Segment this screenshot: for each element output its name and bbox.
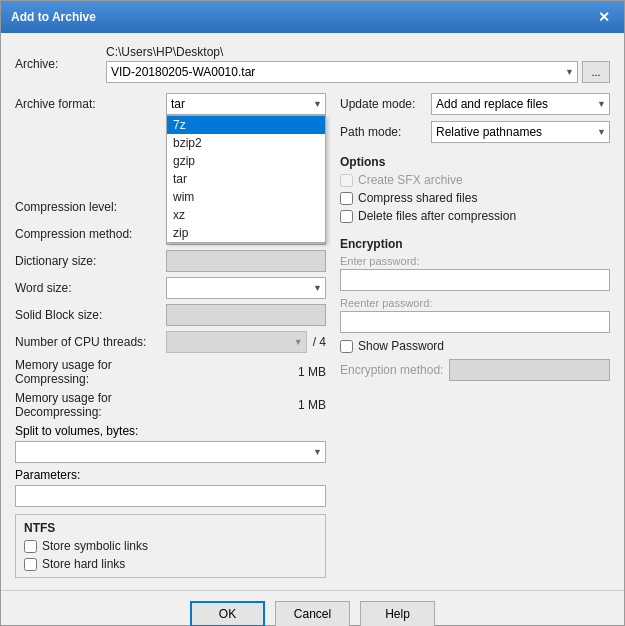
compression-level-label: Compression level:	[15, 200, 160, 214]
options-title: Options	[340, 155, 610, 169]
word-size-row: Word size:	[15, 277, 326, 299]
sym-links-row: Store symbolic links	[24, 539, 317, 553]
format-option-7z[interactable]: 7z	[167, 116, 325, 134]
ok-button[interactable]: OK	[190, 601, 265, 626]
format-option-zip[interactable]: zip	[167, 224, 325, 242]
hard-links-checkbox[interactable]	[24, 558, 37, 571]
delete-after-checkbox[interactable]	[340, 210, 353, 223]
cpu-label: Number of CPU threads:	[15, 335, 160, 349]
solid-row: Solid Block size:	[15, 304, 326, 326]
show-password-row: Show Password	[340, 339, 610, 353]
dialog-container: Add to Archive ✕ Archive: C:\Users\HP\De…	[0, 0, 625, 626]
update-mode-select-wrapper: Add and replace files Update and add fil…	[431, 93, 610, 115]
solid-label: Solid Block size:	[15, 308, 160, 322]
delete-after-label: Delete files after compression	[358, 209, 516, 223]
dict-size-disabled	[166, 250, 326, 272]
dialog-title: Add to Archive	[11, 10, 96, 24]
enc-method-row: Encryption method:	[340, 359, 610, 381]
sfx-label: Create SFX archive	[358, 173, 463, 187]
format-display-value[interactable]: tar	[166, 93, 326, 115]
archive-label: Archive:	[15, 57, 100, 71]
params-row: Parameters:	[15, 468, 326, 507]
update-mode-select[interactable]: Add and replace files Update and add fil…	[431, 93, 610, 115]
encryption-section: Encryption Enter password: Reenter passw…	[340, 237, 610, 381]
format-option-bzip2[interactable]: bzip2	[167, 134, 325, 152]
split-select-wrapper	[15, 441, 326, 463]
encryption-title: Encryption	[340, 237, 610, 251]
format-row: Archive format: tar 7z bzip2 gzip tar wi…	[15, 93, 326, 115]
update-mode-row: Update mode: Add and replace files Updat…	[340, 93, 610, 115]
solid-disabled	[166, 304, 326, 326]
dialog-body: Archive: C:\Users\HP\Desktop\ VID-201802…	[1, 33, 624, 590]
enc-method-label: Encryption method:	[340, 363, 443, 377]
reenter-label: Reenter password:	[340, 297, 610, 309]
dict-size-row: Dictionary size:	[15, 250, 326, 272]
sym-links-label: Store symbolic links	[42, 539, 148, 553]
password-label: Enter password:	[340, 255, 610, 267]
split-label: Split to volumes, bytes:	[15, 424, 326, 438]
compress-shared-checkbox[interactable]	[340, 192, 353, 205]
format-label: Archive format:	[15, 97, 160, 111]
ntfs-group: NTFS Store symbolic links Store hard lin…	[15, 514, 326, 578]
mem-decompress-label: Memory usage for Decompressing:	[15, 391, 160, 419]
archive-row: Archive: C:\Users\HP\Desktop\ VID-201802…	[15, 45, 610, 83]
cpu-select[interactable]	[166, 331, 307, 353]
mem-compress-label: Memory usage for Compressing:	[15, 358, 160, 386]
mem-compress-row: Memory usage for Compressing: 1 MB	[15, 358, 326, 386]
dict-size-label: Dictionary size:	[15, 254, 160, 268]
left-panel: Archive format: tar 7z bzip2 gzip tar wi…	[15, 93, 326, 578]
cpu-threads-value: / 4	[313, 335, 326, 349]
password-input[interactable]	[340, 269, 610, 291]
options-section: Options Create SFX archive Compress shar…	[340, 155, 610, 223]
close-button[interactable]: ✕	[594, 7, 614, 27]
title-bar: Add to Archive ✕	[1, 1, 624, 33]
sfx-row: Create SFX archive	[340, 173, 610, 187]
right-panel: Update mode: Add and replace files Updat…	[340, 93, 610, 578]
browse-button[interactable]: ...	[582, 61, 610, 83]
format-option-xz[interactable]: xz	[167, 206, 325, 224]
compress-shared-label: Compress shared files	[358, 191, 477, 205]
help-button[interactable]: Help	[360, 601, 435, 626]
path-mode-label: Path mode:	[340, 125, 425, 139]
sym-links-checkbox[interactable]	[24, 540, 37, 553]
mem-compress-value: 1 MB	[298, 365, 326, 379]
hard-links-row: Store hard links	[24, 557, 317, 571]
format-option-tar[interactable]: tar	[167, 170, 325, 188]
dialog-footer: OK Cancel Help	[1, 590, 624, 626]
split-select[interactable]	[15, 441, 326, 463]
format-dropdown: 7z bzip2 gzip tar wim xz zip	[166, 115, 326, 243]
sfx-checkbox[interactable]	[340, 174, 353, 187]
path-mode-select-wrapper: Relative pathnames Absolute pathnames No…	[431, 121, 610, 143]
format-option-wim[interactable]: wim	[167, 188, 325, 206]
format-select-container: tar 7z bzip2 gzip tar wim xz zip	[166, 93, 326, 115]
cpu-select-wrapper	[166, 331, 307, 353]
params-label: Parameters:	[15, 468, 326, 482]
path-mode-select[interactable]: Relative pathnames Absolute pathnames No…	[431, 121, 610, 143]
format-option-gzip[interactable]: gzip	[167, 152, 325, 170]
path-mode-row: Path mode: Relative pathnames Absolute p…	[340, 121, 610, 143]
word-size-label: Word size:	[15, 281, 160, 295]
compression-method-label: Compression method:	[15, 227, 160, 241]
reenter-input[interactable]	[340, 311, 610, 333]
archive-path-line1: C:\Users\HP\Desktop\	[106, 45, 610, 59]
show-password-checkbox[interactable]	[340, 340, 353, 353]
params-input[interactable]	[15, 485, 326, 507]
ntfs-title: NTFS	[24, 521, 317, 535]
enc-method-select	[449, 359, 610, 381]
word-size-control	[166, 277, 326, 299]
compress-shared-row: Compress shared files	[340, 191, 610, 205]
update-mode-label: Update mode:	[340, 97, 425, 111]
word-size-select[interactable]	[166, 277, 326, 299]
delete-after-row: Delete files after compression	[340, 209, 610, 223]
split-row: Split to volumes, bytes:	[15, 424, 326, 463]
cpu-row: Number of CPU threads: / 4	[15, 331, 326, 353]
archive-path-select[interactable]: VID-20180205-WA0010.tar	[106, 61, 578, 83]
cancel-button[interactable]: Cancel	[275, 601, 350, 626]
main-content: Archive format: tar 7z bzip2 gzip tar wi…	[15, 93, 610, 578]
show-password-label: Show Password	[358, 339, 444, 353]
mem-decompress-row: Memory usage for Decompressing: 1 MB	[15, 391, 326, 419]
hard-links-label: Store hard links	[42, 557, 125, 571]
mem-decompress-value: 1 MB	[298, 398, 326, 412]
